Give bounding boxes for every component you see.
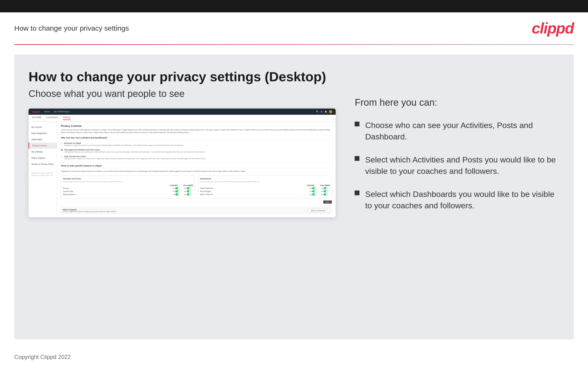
app-nav-link-performance[interactable]: My Performance: [54, 110, 69, 113]
sidebar-item-golf-bag[interactable]: My Golf Bag ›: [28, 149, 57, 155]
activities-posts-title: Activities and Posts: [63, 178, 193, 180]
header: How to change your privacy settings clip…: [0, 12, 588, 44]
sidebar-item-subscription-label: Subscription: [31, 138, 43, 141]
chevron-right-icon: ›: [53, 151, 54, 153]
radio-desc-everyone: Everyone on Clippd can search for you an…: [64, 144, 184, 146]
bell-icon[interactable]: 🔔: [324, 110, 327, 113]
radio-content-coach: Only You and Your Coach Only you and the…: [64, 155, 206, 160]
main-content: How to change your privacy settings (Des…: [14, 54, 574, 339]
manual-coaches-toggle[interactable]: ON: [171, 193, 182, 195]
header-divider: [14, 44, 574, 45]
rounds-followers-switch[interactable]: [187, 187, 191, 189]
bullet-square-3: [355, 191, 359, 195]
ri-coaches-switch[interactable]: [312, 190, 316, 192]
rounds-label: Rounds: [63, 187, 171, 189]
pd-coaches-switch[interactable]: [312, 187, 316, 189]
drills-followers-switch[interactable]: [187, 190, 191, 192]
chevron-right-icon: ›: [53, 133, 54, 134]
visit-community-button[interactable]: Visit Our Community ↗: [308, 208, 330, 213]
activities-posts-desc: Select the types of activity that you'd …: [63, 181, 193, 183]
round-insights-toggles: ON ON: [308, 190, 330, 192]
tab-my-profile[interactable]: My Profile: [32, 116, 41, 120]
rounds-coaches-switch[interactable]: [175, 187, 180, 189]
manual-activities-label: Manual Activities: [63, 194, 171, 195]
radio-coach[interactable]: Only You and Your Coach Only you and the…: [61, 155, 332, 160]
chevron-right-icon: ›: [53, 157, 54, 159]
wtwo-coaches-switch[interactable]: [312, 193, 316, 195]
pd-followers-toggle[interactable]: ON: [319, 187, 330, 189]
manual-followers-toggle[interactable]: ON: [182, 193, 193, 195]
drills-followers-toggle[interactable]: ON: [182, 190, 193, 192]
coaches-header: COACHES: [169, 184, 179, 186]
rounds-coaches-toggle[interactable]: ON: [171, 187, 182, 189]
radio-circle-coach: [61, 156, 63, 158]
activities-posts-col: Activities and Posts Select the types of…: [61, 175, 195, 199]
tab-settings[interactable]: Settings: [63, 116, 71, 120]
app-help-desc: Visit our Clippd community to troublesho…: [63, 211, 117, 212]
player-dashboard-label: Player Dashboard: [200, 187, 308, 189]
radio-desc-coach: Only you and the coaches you connect wit…: [64, 158, 206, 160]
followers-header: FOLLOWERS: [183, 184, 193, 186]
sidebar-item-help-label: Help & Support: [31, 157, 45, 159]
wtwo-coaches-on: ON: [310, 194, 311, 195]
drills-coaches-switch[interactable]: [175, 190, 180, 192]
app-nav-icons: 🔍 ⊞ 🔔: [316, 110, 332, 113]
chevron-right-icon: ›: [53, 163, 54, 165]
sidebar-item-privacy[interactable]: Privacy Controls ›: [28, 142, 57, 149]
show-hide-desc: Regardless of the privacy controls that …: [61, 170, 332, 173]
sidebar-item-data-integrations[interactable]: Data Integrations ›: [28, 130, 57, 136]
app-help-title: Help & Support: [63, 209, 117, 211]
feature-grid: Activities and Posts Select the types of…: [61, 175, 332, 199]
wtwo-coaches-toggle[interactable]: ON: [308, 193, 318, 195]
radio-desc-followers: Only approved followers and coaches you …: [64, 151, 205, 153]
radio-followers[interactable]: Only Approved Followers and Your Coach O…: [61, 149, 332, 153]
what-to-work-on-row: What To Work On ON ON: [200, 193, 330, 195]
player-dashboard-row: Player Dashboard ON ON: [200, 187, 330, 189]
app-main-panel: Privacy Controls Control how you and you…: [57, 122, 336, 217]
feature-section: Show or hide specific features in Clippd…: [61, 162, 332, 204]
chevron-right-icon: ›: [53, 139, 54, 140]
app-nav-link-home[interactable]: Home: [44, 110, 50, 113]
rounds-row: Rounds ON ON: [63, 187, 193, 189]
sidebar-item-help[interactable]: Help & Support ›: [28, 155, 57, 161]
visit-community-label: Visit Our Community: [311, 210, 325, 211]
tab-connections[interactable]: Connections: [46, 116, 58, 120]
pd-coaches-toggle[interactable]: ON: [308, 187, 318, 189]
pd-followers-switch[interactable]: [323, 187, 328, 189]
sidebar-item-privacy-policy[interactable]: Service & Privacy Policy ›: [28, 161, 57, 167]
rounds-coaches-on: ON: [173, 188, 175, 189]
radio-circle-everyone: [61, 142, 63, 144]
top-bar: [0, 0, 588, 12]
manual-followers-on: ON: [184, 194, 186, 195]
manual-followers-switch[interactable]: [187, 193, 191, 195]
rounds-followers-toggle[interactable]: ON: [182, 187, 193, 189]
drills-coaches-toggle[interactable]: ON: [171, 190, 182, 192]
sidebar-item-account-label: My Account: [31, 126, 42, 128]
bullet-text-2: Select which Activities and Posts you wo…: [365, 154, 560, 177]
dashboards-title: Dashboards: [200, 178, 330, 180]
wtwo-followers-switch[interactable]: [323, 193, 328, 195]
app-help-text: Help & Support Visit our Clippd communit…: [63, 209, 117, 212]
ri-followers-toggle[interactable]: ON: [319, 190, 330, 192]
manual-coaches-on: ON: [173, 194, 175, 195]
sidebar-item-subscription[interactable]: Subscription ›: [28, 136, 57, 142]
radio-everyone[interactable]: Everyone on Clippd Everyone on Clippd ca…: [61, 142, 332, 146]
search-icon[interactable]: 🔍: [316, 110, 319, 113]
avatar[interactable]: [329, 110, 332, 113]
save-button[interactable]: Save: [323, 200, 332, 204]
ri-coaches-toggle[interactable]: ON: [308, 190, 318, 192]
page-heading: How to change your privacy settings (Des…: [28, 69, 336, 84]
ri-followers-switch[interactable]: [323, 190, 328, 192]
bullet-text-1: Choose who can see your Activities, Post…: [365, 120, 560, 142]
sidebar-item-account[interactable]: My Account ›: [28, 124, 57, 130]
wtwo-followers-toggle[interactable]: ON: [319, 193, 330, 195]
ri-followers-on: ON: [321, 191, 323, 192]
chevron-right-icon: ›: [53, 145, 54, 147]
grid-icon[interactable]: ⊞: [321, 110, 322, 113]
bullet-square-2: [355, 156, 359, 161]
sidebar-item-policy-label: Service & Privacy Policy: [31, 163, 53, 165]
app-subnav: My Profile Connections Settings: [28, 115, 336, 122]
manual-coaches-switch[interactable]: [175, 193, 180, 195]
bullet-item-1: Choose who can see your Activities, Post…: [355, 120, 560, 142]
panel-title: Privacy Controls: [61, 125, 332, 127]
